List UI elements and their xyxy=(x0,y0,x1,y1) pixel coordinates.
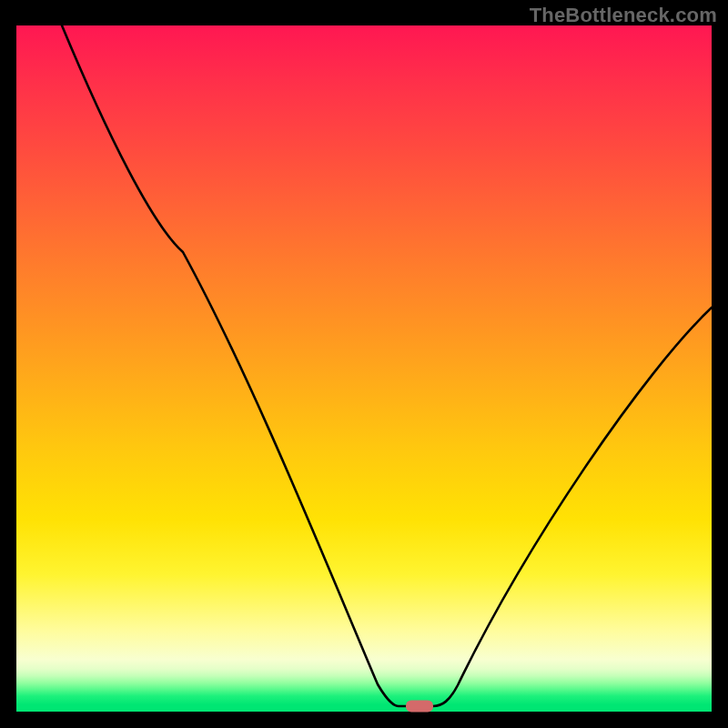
optimal-marker xyxy=(406,701,433,713)
watermark-text: TheBottleneck.com xyxy=(530,4,717,27)
chart-frame xyxy=(16,25,712,712)
curve-path xyxy=(62,25,712,706)
bottleneck-curve xyxy=(16,25,712,712)
